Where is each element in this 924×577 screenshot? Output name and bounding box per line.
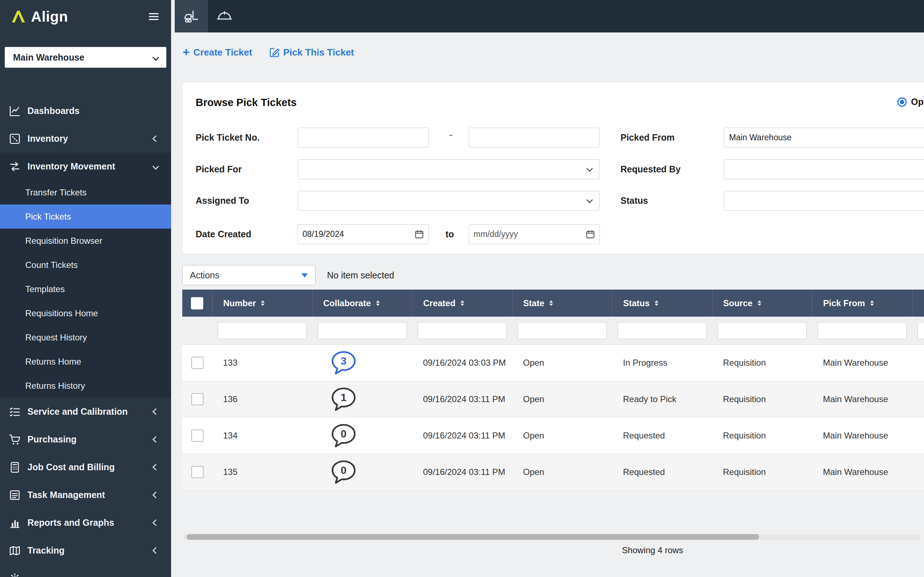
calendar-icon[interactable] [585,229,595,239]
sort-icon[interactable] [549,300,553,306]
sort-icon[interactable] [758,300,761,306]
cell-state: Open [512,454,612,490]
sidebar-item-request-history[interactable]: Request History [0,325,171,350]
pick-ticket-no-to-input[interactable] [469,128,599,148]
assigned-to-select[interactable] [298,191,599,211]
open-radio[interactable]: Open [897,97,924,107]
picked-for-label: Picked For [195,160,242,179]
picked-for-select[interactable] [298,160,599,179]
sort-icon[interactable] [376,300,380,306]
sort-icon[interactable] [870,300,874,306]
filter-state-input[interactable] [518,322,607,339]
sidebar-item-transfer-tickets[interactable]: Transfer Tickets [0,180,171,205]
col-state[interactable]: State [512,290,612,317]
sort-icon[interactable] [261,300,265,306]
filter-status-input[interactable] [617,322,707,339]
comments-bubble-icon[interactable]: 0 [330,422,357,449]
row-checkbox[interactable] [191,357,204,369]
table-row: 136 1 09/16/2024 03:11 PM Open Ready to … [182,381,924,417]
row-checkbox[interactable] [191,466,204,478]
requested-by-input[interactable] [724,160,924,179]
scrollbar-thumb[interactable] [187,534,759,540]
chevron-left-icon [152,464,159,470]
sidebar-item-inventory-movement[interactable]: Inventory Movement [0,153,171,180]
chevron-down-icon [586,197,593,203]
cell-created: 09/16/2024 03:11 PM [412,454,512,490]
sort-icon[interactable] [460,300,464,306]
cell-status: Ready to Pick [612,381,712,417]
col-pick-from[interactable]: Pick From [812,290,912,317]
sidebar-item-inventory[interactable]: Inventory [0,125,171,153]
filter-number-input[interactable] [218,322,307,339]
menu-icon[interactable] [147,10,161,24]
svg-text:0: 0 [341,464,347,476]
filter-created-input[interactable] [418,322,507,339]
horizontal-scrollbar[interactable] [184,534,921,540]
chevron-left-icon [152,408,159,415]
cell-state: Open [512,417,612,454]
sidebar-item-returns-history[interactable]: Returns History [0,374,171,398]
cell-number: 136 [212,381,312,417]
comments-bubble-icon[interactable]: 1 [330,386,357,413]
sidebar-item-requisitions-home[interactable]: Requisitions Home [0,301,171,325]
filter-source-input[interactable] [717,322,807,339]
sidebar-item-job-cost-and-billing[interactable]: Job Cost and Billing [0,453,171,481]
filter-pick-from-input[interactable] [817,322,907,339]
date-created-label: Date Created [195,224,251,244]
actions-dropdown[interactable]: Actions [182,265,315,285]
pick-this-ticket-link[interactable]: Pick This Ticket [269,47,354,58]
warehouse-selector[interactable]: Main Warehouse [5,47,166,68]
select-all-checkbox[interactable] [191,297,203,309]
sidebar-item-dashboards[interactable]: Dashboards [0,97,171,125]
sort-icon[interactable] [655,300,658,306]
col-source[interactable]: Source [712,290,812,317]
filter-cutoff-input[interactable] [918,322,924,339]
date-to-input[interactable] [473,229,583,239]
calendar-icon[interactable] [414,229,424,239]
cell-pick-from: Main Warehouse [812,417,912,454]
col-number[interactable]: Number [212,290,312,317]
align-logo-icon [10,10,27,24]
cell-status: Requested [612,454,712,490]
col-created[interactable]: Created [412,290,512,317]
picked-from-label: Picked From [620,128,675,148]
row-checkbox[interactable] [191,393,204,405]
date-range-to: to [437,224,462,244]
pick-tickets-table: Number Collaborate Created State Status … [182,290,924,490]
pick-ticket-no-from-input[interactable] [298,128,429,148]
sidebar-item-returns-home[interactable]: Returns Home [0,350,171,374]
sidebar: Align Main Warehouse Dashboards Inventor… [0,0,171,577]
sidebar-item-reports-and-graphs[interactable]: Reports and Graphs [0,509,171,537]
cell-pick-from: Main Warehouse [812,344,912,381]
sidebar-item-purchasing[interactable]: Purchasing [0,425,171,453]
col-collaborate[interactable]: Collaborate [312,290,412,317]
sidebar-item-pick-tickets[interactable]: Pick Tickets [0,205,171,229]
status-input[interactable] [724,191,924,211]
forklift-icon [183,8,200,24]
filter-collaborate-input[interactable] [318,322,407,339]
tab-pick-tickets[interactable] [175,0,208,32]
job-cost-icon [9,461,21,474]
selection-status: No item selected [327,270,394,280]
header-row: Number Collaborate Created State Status … [182,290,924,317]
comments-bubble-icon[interactable]: 0 [330,459,357,485]
col-status[interactable]: Status [612,290,712,317]
tab-service[interactable] [208,0,241,32]
caret-down-icon [301,273,308,277]
sidebar-item-partial[interactable] [0,564,171,577]
sidebar-item-count-tickets[interactable]: Count Tickets [0,253,171,277]
create-ticket-link[interactable]: + Create Ticket [183,47,252,58]
row-checkbox[interactable] [191,429,204,442]
sidebar-item-tracking[interactable]: Tracking [0,537,171,564]
date-from-input[interactable] [302,229,412,239]
module-tab-bar [175,0,924,32]
comments-bubble-icon[interactable]: 3 [330,350,357,376]
sidebar-item-task-management[interactable]: Task Management [0,481,171,509]
cell-source: Requisition [712,381,812,417]
picked-from-input[interactable] [724,128,924,148]
sidebar-item-templates[interactable]: Templates [0,277,171,301]
sidebar-item-requisition-browser[interactable]: Requisition Browser [0,229,171,253]
pencil-square-icon [269,47,280,58]
sidebar-item-service-and-calibration[interactable]: Service and Calibration [0,398,171,425]
pick-ticket-no-label: Pick Ticket No. [195,128,260,148]
